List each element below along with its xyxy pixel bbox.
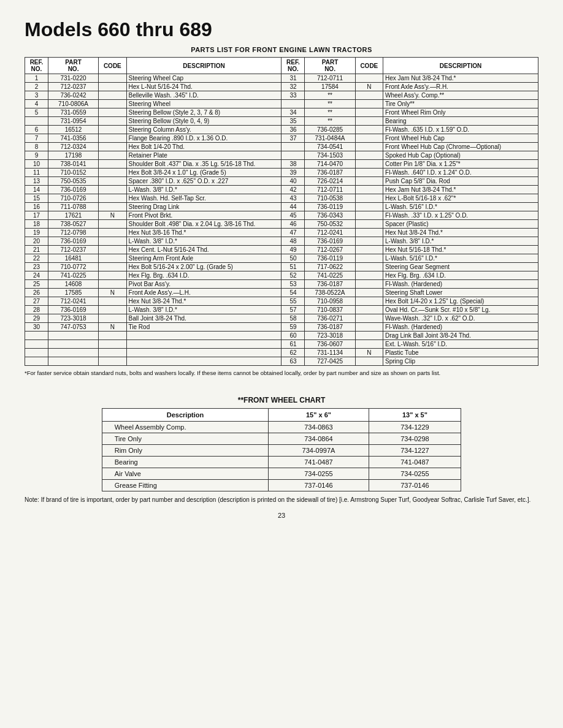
left-part: 741-0225 [48,271,98,280]
left-desc: Retainer Plate [126,151,282,160]
wheel-row: Rim Only734-0997A734-1227 [102,445,461,457]
right-code [355,74,383,83]
left-desc: Tie Rod [126,323,282,332]
left-desc: Steering Arm Front Axle [126,254,282,263]
left-ref [25,340,48,349]
right-desc: L-Wash. 3/8" I.D.* [383,237,538,246]
left-part: 17621 [48,211,98,220]
right-code [355,134,383,143]
left-code [99,349,126,357]
right-part: 17584 [305,83,355,91]
left-code [99,134,126,143]
left-desc: Shoulder Bolt .437" Dia. x .35 Lg. 5/16-… [126,160,282,169]
left-ref: 17 [25,211,48,220]
table-row: 8 712-0324 Hex Bolt 1/4-20 Thd. 734-0541… [25,143,538,151]
right-desc: Hex Nut 5/16-18 Thd.* [383,246,538,254]
right-part: 731-1134 [305,349,355,357]
table-row: 23 710-0772 Hex Bolt 5/16-24 x 2.00" Lg.… [25,263,538,271]
left-code [99,117,126,126]
left-code [99,357,126,366]
right-desc: Ext. L-Wash. 5/16" I.D. [383,340,538,349]
table-row: 61 736-0607 Ext. L-Wash. 5/16" I.D. [25,340,538,349]
wheel-cell: 734-0863 [269,422,369,433]
table-row: 731-0954 Steering Bellow (Style 0, 4, 9)… [25,117,538,126]
parts-table: REF.NO. PARTNO. CODE DESCRIPTION REF.NO.… [25,57,538,366]
page-number: 23 [25,512,538,519]
right-part: 712-0711 [305,186,355,194]
left-part: 731-0220 [48,74,98,83]
left-part: 736-0169 [48,186,98,194]
right-desc: Spoked Hub Cap (Optional) [383,151,538,160]
right-ref: 60 [282,332,305,340]
right-code [355,246,383,254]
left-part: 731-0954 [48,117,98,126]
left-ref: 26 [25,289,48,297]
left-ref: 20 [25,237,48,246]
right-part: 736-0285 [305,126,355,134]
left-code: N [99,323,126,332]
left-desc: L-Wash. 3/8" I.D.* [126,186,282,194]
right-desc: Spacer (Plastic) [383,220,538,229]
right-ref: 59 [282,323,305,332]
table-row: 11 710-0152 Hex Bolt 3/8-24 x 1.0" Lg. (… [25,169,538,177]
wheel-header: Description [102,409,269,422]
left-part: 17585 [48,289,98,297]
left-part: 741-0356 [48,134,98,143]
table-row: 6 16512 Steering Column Ass'y. 36 736-02… [25,126,538,134]
right-part: 712-0711 [305,74,355,83]
left-code [99,263,126,271]
wheel-chart-table: Description15" x 6"13" x 5" Wheel Assemb… [102,408,462,491]
right-desc: Cotter Pin 1/8" Dia. x 1.25"* [383,160,538,169]
right-code [355,297,383,306]
left-code [99,186,126,194]
right-ref: 43 [282,194,305,203]
right-part: 710-0837 [305,306,355,314]
right-desc: Drag Link Ball Joint 3/8-24 Thd. [383,332,538,340]
left-ref [25,117,48,126]
left-code [99,160,126,169]
wheel-cell: 741-0487 [369,457,461,468]
right-desc: L-Wash. 5/16" I.D.* [383,203,538,211]
right-ref [282,151,305,160]
right-code [355,289,383,297]
left-code [99,280,126,289]
right-code [355,229,383,237]
left-desc: Hex Bolt 1/4-20 Thd. [126,143,282,151]
right-desc: Hex Bolt 1/4-20 x 1.25" Lg. (Special) [383,297,538,306]
right-part: 731-0484A [305,134,355,143]
right-desc: Tire Only** [383,100,538,108]
left-code [99,194,126,203]
right-ref: 57 [282,306,305,314]
left-ref: 22 [25,254,48,263]
wheel-cell: 737-0146 [269,480,369,491]
left-desc: Ball Joint 3/8-24 Thd. [126,314,282,323]
right-ref: 54 [282,289,305,297]
left-ref: 10 [25,160,48,169]
right-part: 712-0241 [305,229,355,237]
left-desc: Steering Drag Link [126,203,282,211]
wheel-cell: Tire Only [102,433,269,445]
left-code [99,314,126,323]
right-ref: 38 [282,160,305,169]
right-desc: Hex L-Bolt 5/16-18 x .62"* [383,194,538,203]
left-desc: Steering Wheel Cap [126,74,282,83]
table-row: 20 736-0169 L-Wash. 3/8" I.D.* 48 736-01… [25,237,538,246]
right-desc: Wheel Ass'y. Comp.** [383,91,538,100]
wheel-cell: 734-1229 [369,422,461,433]
left-ref [25,332,48,340]
table-row: 10 738-0141 Shoulder Bolt .437" Dia. x .… [25,160,538,169]
right-desc: Hex Flg. Brg. .634 I.D. [383,271,538,280]
right-part: 714-0470 [305,160,355,169]
right-code [355,177,383,186]
left-desc: Hex Nut 3/8-16 Thd.* [126,229,282,237]
table-row: 19 712-0798 Hex Nut 3/8-16 Thd.* 47 712-… [25,229,538,237]
right-ref: 40 [282,177,305,186]
right-desc: Fl-Wash. .635 I.D. x 1.59" O.D. [383,126,538,134]
left-desc: L-Wash. 3/8" I.D.* [126,237,282,246]
table-row: 15 710-0726 Hex Wash. Hd. Self-Tap Scr. … [25,194,538,203]
right-part: 710-0958 [305,297,355,306]
right-ref: 42 [282,186,305,194]
header-desc-left: DESCRIPTION [126,58,282,74]
table-row: 62 731-1134 N Plastic Tube [25,349,538,357]
right-ref: 62 [282,349,305,357]
